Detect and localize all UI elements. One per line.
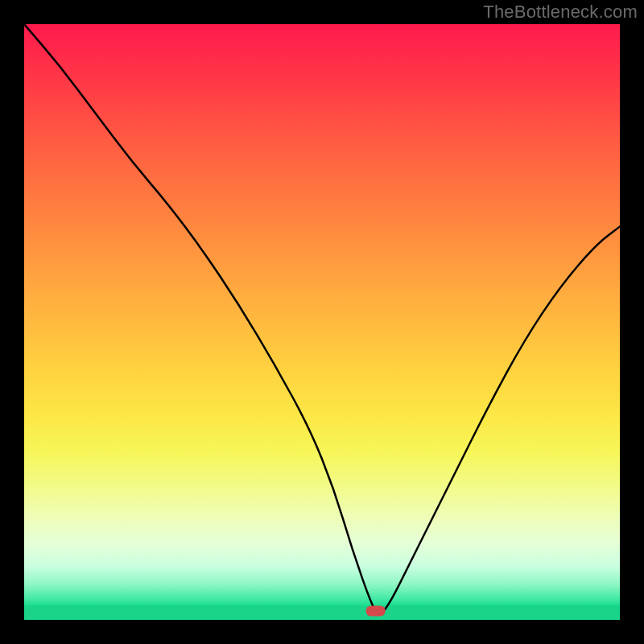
chart-frame: TheBottleneck.com (0, 0, 644, 644)
watermark-text: TheBottleneck.com (483, 2, 638, 23)
optimal-point-marker (366, 605, 386, 616)
plot-area (24, 24, 620, 620)
bottleneck-curve (24, 24, 620, 615)
curve-svg (24, 24, 620, 620)
